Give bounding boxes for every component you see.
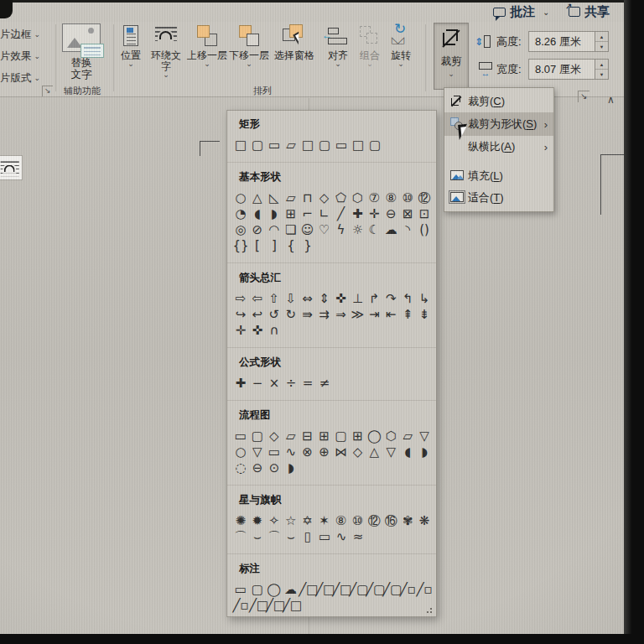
size-dialog-launcher[interactable]: ↘ (578, 91, 589, 102)
shape-item[interactable]: ↩ (249, 307, 266, 322)
shape-item[interactable]: ◖ (399, 444, 416, 460)
shape-item[interactable]: ╱□ (283, 598, 299, 613)
shape-item[interactable]: ╱▫ (399, 582, 416, 597)
shape-item[interactable]: ◇ (266, 428, 283, 444)
crop-menu-item-fit[interactable]: 适合(T) (444, 187, 553, 209)
shape-item[interactable]: ⋈ (333, 444, 350, 460)
shape-item[interactable]: ▭ (232, 428, 249, 444)
shape-item[interactable]: ↪ (232, 307, 249, 322)
shape-item[interactable]: ◯ (266, 582, 283, 597)
shape-item[interactable]: ∿ (283, 444, 299, 460)
ribbon-button-align[interactable]: ←对齐⌄ (322, 23, 354, 86)
shape-item[interactable]: ◠ (266, 222, 283, 237)
ribbon-button-rotate[interactable]: ↻◺◿旋转⌄ (386, 23, 416, 86)
shape-item[interactable]: ⬡ (349, 190, 366, 205)
shape-item[interactable]: ⊗ (299, 444, 316, 460)
shape-item[interactable]: ▭ (266, 138, 283, 153)
shape-item[interactable]: ✧ (266, 513, 283, 528)
shape-item[interactable]: ╱▫ (416, 582, 433, 597)
shape-item[interactable]: ∩ (266, 323, 283, 338)
shape-item[interactable]: ▱ (283, 138, 299, 153)
shape-item[interactable]: ☼ (349, 222, 366, 237)
shape-item[interactable]: ∟ (316, 206, 333, 221)
shape-item[interactable]: ⌣ (249, 529, 266, 544)
shape-item[interactable]: ▢ (333, 428, 350, 444)
shape-item[interactable]: □ (350, 138, 366, 153)
shape-item[interactable]: × (266, 376, 283, 391)
shape-item[interactable]: ☾ (366, 222, 382, 237)
shape-item[interactable]: ≈ (350, 529, 366, 544)
shape-item[interactable]: ⑧ (333, 513, 350, 528)
shape-item[interactable]: ✛ (366, 206, 382, 221)
shape-item[interactable]: ⊞ (283, 206, 299, 221)
resize-handle[interactable] (423, 605, 432, 613)
shape-item[interactable]: ╱□ (332, 582, 349, 597)
shape-item[interactable]: ◇ (316, 190, 333, 205)
shape-item[interactable]: ⇛ (299, 307, 316, 322)
shape-item[interactable]: ▽ (249, 444, 266, 460)
shape-item[interactable]: ◗ (416, 444, 433, 460)
width-stepper[interactable]: ▲▼ (595, 59, 609, 80)
shape-item[interactable]: () (416, 222, 433, 237)
ribbon-button-bring-forward[interactable]: 上移一层⌄ (186, 23, 228, 86)
shape-item[interactable]: ☁ (282, 582, 299, 597)
ribbon-button-selection-pane[interactable]: 选择窗格 (270, 23, 319, 86)
shape-item[interactable]: ⊥ (349, 291, 366, 306)
shape-item[interactable]: ⊟ (299, 428, 316, 444)
shape-item[interactable]: ⇩ (283, 291, 299, 306)
shape-item[interactable]: ✾ (399, 513, 416, 528)
shape-item[interactable]: } (299, 238, 316, 253)
share-button[interactable]: 共享 (569, 3, 610, 21)
shape-item[interactable]: ⊖ (249, 460, 266, 475)
width-field[interactable]: 8.07 厘米 (528, 59, 595, 80)
shape-item[interactable]: [ (249, 238, 266, 253)
collapse-ribbon-icon[interactable]: ∧ (607, 94, 615, 106)
shape-item[interactable]: ⊖ (382, 206, 399, 221)
shape-item[interactable]: ⑦ (366, 190, 382, 205)
shape-item[interactable]: ⊡ (416, 206, 433, 221)
shape-item[interactable]: ⌐ (299, 206, 316, 221)
shape-item[interactable]: △ (366, 444, 382, 460)
shape-item[interactable]: ▭ (316, 529, 333, 544)
shape-item[interactable]: ⑩ (349, 513, 366, 528)
shape-item[interactable]: ✜ (333, 291, 350, 306)
shape-item[interactable]: ⇔ (299, 291, 316, 306)
shape-item[interactable]: − (249, 376, 266, 391)
shape-item[interactable]: ⌒ (232, 529, 249, 544)
shape-item[interactable]: ✡ (299, 513, 316, 528)
shape-item[interactable]: ⑩ (399, 190, 416, 205)
shape-item[interactable]: ▭ (333, 138, 350, 153)
shape-item[interactable]: ♡ (316, 222, 333, 237)
shape-item[interactable]: ↷ (382, 291, 399, 306)
shape-item[interactable]: ⇉ (316, 307, 333, 322)
shape-item[interactable]: ⊓ (299, 190, 316, 205)
shape-item[interactable]: ⊠ (399, 206, 416, 221)
shape-item[interactable]: ≠ (316, 376, 333, 391)
ribbon-button-picture-border[interactable]: 片边框⌄ (0, 27, 50, 42)
shape-item[interactable]: ❏ (283, 222, 299, 237)
shape-item[interactable]: ▭ (232, 582, 249, 597)
shape-item[interactable]: ▱ (283, 428, 299, 444)
crop-menu-item-crop[interactable]: 裁剪(C) (444, 91, 553, 112)
shape-item[interactable]: ▭ (266, 444, 283, 460)
shape-item[interactable]: ↺ (266, 307, 283, 322)
ribbon-button-picture-layout[interactable]: 片版式⌄ (0, 70, 50, 86)
shape-item[interactable]: ] (266, 238, 283, 253)
shape-item[interactable]: ▽ (382, 444, 399, 460)
shape-item[interactable]: = (299, 376, 316, 391)
shape-item[interactable]: ◌ (232, 460, 249, 475)
shape-item[interactable]: ╱□ (266, 598, 283, 613)
shape-item[interactable]: ◔ (232, 206, 249, 221)
shape-item[interactable]: ❋ (416, 513, 433, 528)
shape-item[interactable]: ⇨ (232, 291, 249, 306)
shape-item[interactable]: ⇧ (266, 291, 283, 306)
ribbon-button-position[interactable]: 位置⌄ (116, 23, 146, 86)
shape-item[interactable]: ✜ (249, 323, 266, 338)
shape-item[interactable]: ◺ (266, 190, 283, 205)
ribbon-button-group[interactable]: 组合⌄ (356, 23, 384, 86)
shape-item[interactable]: ◎ (232, 222, 249, 237)
shape-item[interactable]: ◇ (349, 444, 366, 460)
shape-item[interactable]: ⌣ (283, 529, 299, 544)
shape-item[interactable]: ◝ (399, 222, 416, 237)
shape-item[interactable]: ⬠ (333, 190, 350, 205)
